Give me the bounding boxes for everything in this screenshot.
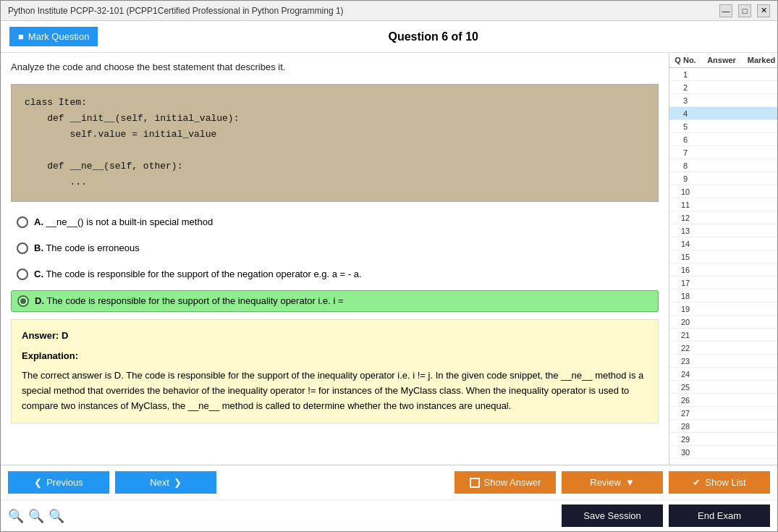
bottom-bar2: 🔍 🔍 🔍 Save Session End Exam (1, 499, 777, 531)
option-d[interactable]: D. The code is responsible for the suppo… (11, 290, 659, 312)
main-area: Analyze the code and choose the best sta… (1, 53, 777, 465)
zoom-out-button[interactable]: 🔍 (8, 508, 24, 524)
option-c-label: C. The code is responsible for the suppo… (34, 269, 362, 279)
option-b-radio[interactable] (17, 242, 28, 254)
close-button[interactable]: ✕ (757, 4, 770, 17)
sidebar-row[interactable]: 21 (669, 329, 777, 342)
end-exam-button[interactable]: End Exam (669, 504, 770, 527)
sidebar-row[interactable]: 27 (669, 407, 777, 420)
toolbar: ■ Mark Question Question 6 of 10 (1, 21, 777, 53)
show-answer-checkbox-icon (470, 478, 480, 488)
sidebar-col-answer: Answer (700, 56, 743, 64)
sidebar-header: Q No. Answer Marked (669, 53, 777, 68)
sidebar-row[interactable]: 4 (669, 107, 777, 120)
sidebar-row[interactable]: 25 (669, 381, 777, 394)
review-dropdown-icon: ▼ (625, 477, 635, 488)
content-area: Analyze the code and choose the best sta… (1, 53, 669, 465)
answer-title: Answer: D (22, 329, 648, 344)
sidebar-row[interactable]: 24 (669, 368, 777, 381)
mark-question-button[interactable]: ■ Mark Question (9, 27, 98, 46)
question-header: Question 6 of 10 (98, 30, 769, 43)
arrow-left-icon: ❮ (34, 477, 42, 488)
window-title: Python Institute PCPP-32-101 (PCPP1Certi… (8, 6, 344, 16)
bottom-bar: ❮ Previous Next ❯ Show Answer Review ▼ ✔… (1, 465, 777, 499)
sidebar-row[interactable]: 23 (669, 355, 777, 368)
sidebar-row[interactable]: 28 (669, 420, 777, 433)
sidebar-row[interactable]: 12 (669, 211, 777, 224)
sidebar-row[interactable]: 3 (669, 94, 777, 107)
sidebar-row[interactable]: 16 (669, 263, 777, 276)
show-answer-button[interactable]: Show Answer (454, 471, 556, 494)
minimize-button[interactable]: — (719, 4, 732, 17)
show-list-checkbox-icon: ✔ (693, 477, 701, 488)
option-d-radio[interactable] (17, 295, 29, 307)
code-block: class Item: def __init__(self, initial_v… (11, 84, 659, 202)
zoom-controls: 🔍 🔍 🔍 (8, 508, 64, 524)
explanation-text: The correct answer is D. The code is res… (22, 368, 648, 413)
maximize-button[interactable]: □ (738, 4, 751, 17)
options-list: A. __ne__() is not a built-in special me… (11, 212, 659, 312)
sidebar-row[interactable]: 10 (669, 185, 777, 198)
sidebar-rows-container: 1 2 3 4 5 6 7 8 (669, 68, 777, 459)
option-c-radio[interactable] (17, 269, 28, 280)
zoom-in-button[interactable]: 🔍 (48, 508, 64, 524)
explanation-title: Explanation: (22, 349, 648, 364)
sidebar-row[interactable]: 26 (669, 394, 777, 407)
option-a-radio[interactable] (17, 216, 28, 228)
sidebar-col-qno: Q No. (671, 56, 700, 64)
sidebar-row[interactable]: 19 (669, 303, 777, 316)
option-b-label: B. The code is erroneous (34, 242, 140, 253)
sidebar-row[interactable]: 5 (669, 120, 777, 133)
sidebar-row[interactable]: 14 (669, 237, 777, 250)
sidebar-row[interactable]: 20 (669, 316, 777, 329)
sidebar-row[interactable]: 22 (669, 342, 777, 355)
option-a-label: A. __ne__() is not a built-in special me… (34, 216, 213, 227)
sidebar-row[interactable]: 9 (669, 172, 777, 185)
save-session-button[interactable]: Save Session (562, 504, 663, 527)
right-buttons: Save Session End Exam (562, 504, 770, 527)
sidebar-row[interactable]: 17 (669, 276, 777, 290)
next-button[interactable]: Next ❯ (115, 471, 216, 494)
sidebar-row[interactable]: 18 (669, 290, 777, 303)
sidebar-row[interactable]: 11 (669, 198, 777, 211)
sidebar-row[interactable]: 30 (669, 446, 777, 459)
review-button[interactable]: Review ▼ (562, 471, 663, 494)
titlebar: Python Institute PCPP-32-101 (PCPP1Certi… (1, 1, 777, 21)
sidebar-row[interactable]: 7 (669, 146, 777, 159)
sidebar-col-marked: Marked (743, 56, 777, 64)
previous-button[interactable]: ❮ Previous (8, 471, 109, 494)
option-c[interactable]: C. The code is responsible for the suppo… (11, 264, 659, 284)
titlebar-controls: — □ ✕ (719, 4, 770, 17)
option-a[interactable]: A. __ne__() is not a built-in special me… (11, 212, 659, 232)
sidebar-row[interactable]: 6 (669, 133, 777, 146)
sidebar-row[interactable]: 8 (669, 159, 777, 172)
sidebar-row[interactable]: 2 (669, 81, 777, 94)
bookmark-icon: ■ (18, 31, 24, 42)
sidebar: Q No. Answer Marked 1 2 3 4 5 6 (669, 53, 777, 465)
arrow-right-icon: ❯ (174, 477, 182, 488)
app-window: Python Institute PCPP-32-101 (PCPP1Certi… (0, 0, 778, 532)
zoom-reset-button[interactable]: 🔍 (28, 508, 44, 524)
answer-box: Answer: D Explanation: The correct answe… (11, 319, 659, 423)
option-b[interactable]: B. The code is erroneous (11, 238, 659, 258)
option-d-label: D. The code is responsible for the suppo… (35, 295, 343, 306)
question-text: Analyze the code and choose the best sta… (11, 62, 659, 72)
sidebar-row[interactable]: 29 (669, 433, 777, 446)
sidebar-row[interactable]: 13 (669, 224, 777, 237)
sidebar-row[interactable]: 15 (669, 250, 777, 263)
show-list-button[interactable]: ✔ Show List (669, 471, 770, 494)
sidebar-row[interactable]: 1 (669, 68, 777, 81)
